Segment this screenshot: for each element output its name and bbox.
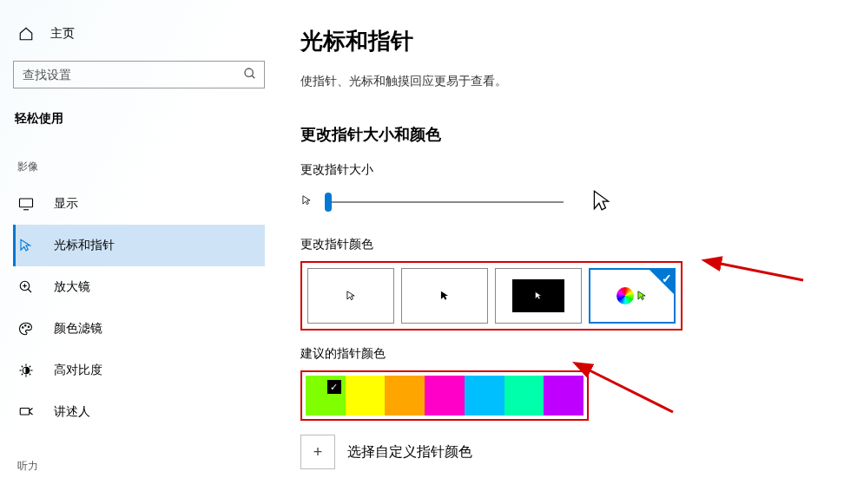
pointer-color-inverted[interactable] — [495, 268, 582, 324]
size-label: 更改指针大小 — [300, 162, 844, 178]
swatch-orange[interactable] — [385, 376, 425, 416]
magnifier-icon — [17, 279, 35, 295]
suggested-colors-row — [306, 376, 584, 416]
main-content: 光标和指针 使指针、光标和触摸回应更易于查看。 更改指针大小和颜色 更改指针大小… — [278, 0, 844, 504]
section-hearing: 听力 — [13, 459, 265, 474]
pointer-color-black[interactable] — [401, 268, 488, 324]
monitor-icon — [17, 196, 35, 212]
page-description: 使指针、光标和触摸回应更易于查看。 — [300, 74, 844, 89]
svg-line-7 — [28, 289, 31, 292]
svg-rect-20 — [20, 409, 30, 416]
check-icon: ✓ — [662, 272, 672, 285]
nav-narrator[interactable]: 讲述人 — [13, 391, 265, 433]
pointer-color-options: ✓ — [307, 268, 676, 324]
contrast-icon — [17, 363, 35, 378]
category-label: 轻松使用 — [13, 111, 265, 127]
color-wheel-icon — [617, 287, 634, 304]
annotation-arrow-1 — [703, 259, 808, 297]
color-label: 更改指针颜色 — [300, 237, 844, 252]
nav-label: 高对比度 — [54, 363, 102, 378]
swatch-cyan[interactable] — [465, 376, 504, 416]
nav-label: 放大镜 — [54, 279, 90, 295]
nav-color-filter[interactable]: 颜色滤镜 — [13, 308, 265, 350]
swatch-yellow[interactable] — [346, 376, 386, 416]
svg-rect-2 — [20, 199, 33, 207]
narrator-icon — [17, 404, 35, 420]
svg-line-17 — [30, 374, 31, 376]
svg-point-0 — [245, 69, 253, 76]
svg-line-1 — [252, 75, 254, 78]
svg-line-21 — [716, 263, 803, 280]
nav-cursor-pointer[interactable]: 光标和指针 — [13, 225, 265, 266]
search-input[interactable] — [14, 62, 264, 88]
add-custom-color-button[interactable]: + — [300, 435, 335, 469]
pointer-size-slider[interactable] — [325, 201, 564, 203]
palette-icon — [17, 321, 35, 337]
subheading-size-color: 更改指针大小和颜色 — [300, 124, 844, 145]
nav-label: 颜色滤镜 — [54, 321, 102, 337]
nav-display[interactable]: 显示 — [13, 183, 265, 225]
large-cursor-icon — [576, 187, 612, 218]
pointer-color-white[interactable] — [307, 268, 394, 324]
swatch-magenta[interactable] — [425, 376, 465, 416]
nav-label: 显示 — [54, 196, 78, 212]
suggested-label: 建议的指针颜色 — [300, 346, 844, 362]
swatch-lime[interactable] — [306, 376, 346, 416]
swatch-turquoise[interactable] — [504, 376, 544, 416]
svg-line-18 — [22, 374, 23, 376]
home-icon — [17, 26, 35, 42]
search-box[interactable] — [13, 61, 265, 88]
svg-point-10 — [28, 326, 30, 328]
pointer-size-slider-row — [300, 187, 844, 218]
nav-magnifier[interactable]: 放大镜 — [13, 266, 265, 308]
search-icon — [243, 67, 257, 84]
pointer-color-custom[interactable]: ✓ — [589, 268, 676, 324]
sidebar: 主页 轻松使用 影像 显示 光标和指针 放大镜 颜色滤镜 — [0, 0, 278, 504]
svg-line-22 — [586, 369, 673, 412]
slider-thumb[interactable] — [325, 193, 332, 212]
small-cursor-icon — [300, 193, 313, 212]
custom-color-label: 选择自定义指针颜色 — [347, 443, 472, 461]
color-options-highlight: ✓ — [300, 261, 682, 331]
svg-line-16 — [22, 366, 23, 368]
section-vision: 影像 — [13, 160, 265, 174]
svg-point-8 — [23, 327, 24, 329]
home-button[interactable]: 主页 — [13, 26, 265, 42]
nav-high-contrast[interactable]: 高对比度 — [13, 350, 265, 391]
nav-label: 讲述人 — [54, 404, 90, 420]
cursor-icon — [17, 238, 35, 253]
suggested-colors-highlight — [300, 370, 589, 421]
home-label: 主页 — [50, 26, 75, 42]
annotation-arrow-2 — [573, 364, 677, 420]
svg-point-9 — [25, 325, 27, 327]
page-title: 光标和指针 — [300, 26, 844, 56]
nav-label: 光标和指针 — [54, 238, 115, 253]
swatch-check-icon — [327, 380, 341, 394]
plus-icon: + — [313, 443, 323, 461]
custom-color-row: + 选择自定义指针颜色 — [300, 435, 844, 469]
svg-line-19 — [30, 366, 31, 368]
